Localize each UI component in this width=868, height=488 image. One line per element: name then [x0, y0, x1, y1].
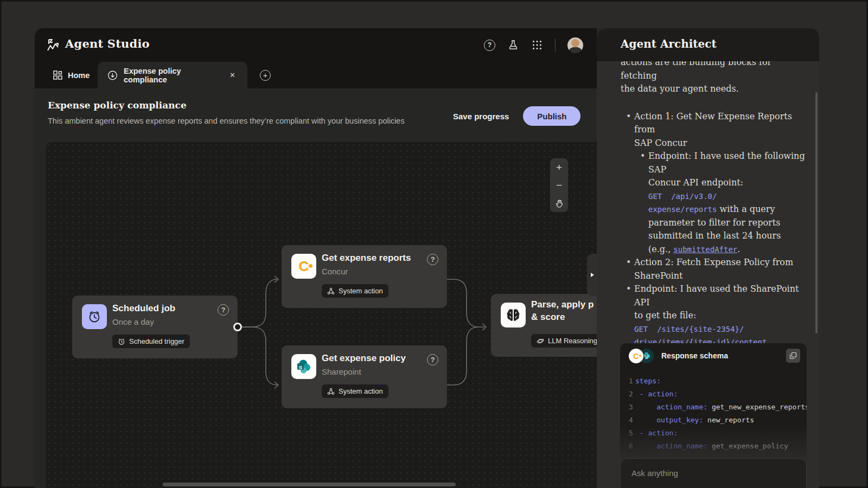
tab-bar: Home Expense policy compliance ✕ +	[35, 62, 597, 88]
help-icon[interactable]: ?	[484, 40, 495, 51]
panel-title: Agent Architect	[621, 37, 717, 50]
inline-code: expense/reports	[648, 205, 717, 214]
app-logo-icon	[46, 37, 61, 53]
node-title-line1: Parse, apply p	[531, 299, 593, 310]
new-tab-button[interactable]: +	[260, 70, 271, 81]
response-schema-header: C S Response schema	[620, 343, 807, 368]
node-subtitle: Once a day	[112, 317, 154, 326]
user-avatar[interactable]	[567, 37, 583, 53]
tab-expense-policy-compliance[interactable]: Expense policy compliance ✕	[98, 62, 247, 88]
apps-grid-icon[interactable]	[531, 39, 543, 51]
node-badge: Scheduled trigger	[112, 335, 190, 348]
node-help-icon[interactable]: ?	[427, 354, 438, 365]
copy-button[interactable]	[786, 349, 800, 363]
tab-active-label: Expense policy compliance	[124, 67, 221, 84]
canvas-zoom-controls: + −	[550, 158, 568, 212]
tab-home-label: Home	[68, 71, 90, 80]
code-line: 1steps:	[620, 377, 807, 390]
inline-code-link[interactable]: submittedAfter	[673, 245, 737, 254]
pan-hand-button[interactable]	[550, 194, 568, 212]
page-actions: Save progress Publish	[453, 106, 580, 126]
chat-input-box[interactable]	[620, 458, 807, 488]
system-action-icon	[327, 287, 335, 295]
bullet-item: • Action 1: Get New Expense Reports from	[621, 110, 807, 137]
canvas-horizontal-scrollbar[interactable]	[163, 483, 456, 486]
node-title: Get expense policy	[322, 353, 406, 364]
node-title: Get expense reports	[322, 253, 411, 264]
node-subtitle: Concur	[322, 267, 348, 276]
zoom-out-button[interactable]: −	[550, 176, 568, 194]
tab-close-icon[interactable]: ✕	[227, 70, 238, 81]
node-help-icon[interactable]: ?	[218, 304, 229, 316]
app-title: Agent Studio	[65, 37, 150, 50]
panel-scrollbar[interactable]	[815, 92, 818, 333]
sharepoint-icon: S	[291, 354, 316, 379]
message-line: the data your agent needs.	[621, 82, 807, 96]
tab-home[interactable]: Home	[43, 62, 99, 88]
header-divider	[555, 38, 556, 52]
bullet-item: • Endpoint: I have used the SharePoint A…	[621, 282, 807, 309]
header-actions: ?	[484, 28, 583, 62]
svg-text:S: S	[299, 364, 302, 370]
zoom-in-button[interactable]: +	[550, 158, 568, 176]
llm-reasoning-icon	[537, 337, 544, 345]
node-help-icon[interactable]: ?	[427, 254, 438, 265]
concur-icon: C	[629, 349, 643, 363]
app-window: Agent Studio ?	[35, 28, 819, 488]
workflow-canvas[interactable]: Scheduled job Once a day Scheduled trigg…	[46, 142, 597, 488]
panel-body: actions are the building blocks for fetc…	[597, 61, 819, 488]
agent-architect-panel: Agent Architect actions are the building…	[597, 28, 819, 488]
save-progress-button[interactable]: Save progress	[453, 112, 509, 121]
node-get-expense-policy[interactable]: S Get expense policy Sharepoint System a…	[282, 345, 447, 408]
response-schema-title: Response schema	[661, 351, 728, 360]
brain-icon	[501, 303, 526, 328]
system-action-icon	[327, 388, 335, 395]
node-title-line2: & score	[531, 312, 565, 323]
response-schema-card: C S Response schema	[620, 343, 807, 468]
node-badge: LLM Reasoning	[531, 334, 597, 348]
panel-collapse-handle[interactable]	[587, 254, 598, 296]
bullet-icon: •	[640, 150, 648, 176]
page-subtitle: This ambient agent reviews expense repor…	[48, 117, 405, 125]
code-line: 2 - action:	[620, 390, 807, 403]
node-badge: System action	[322, 384, 388, 398]
bullet-icon: •	[626, 256, 634, 269]
main-area: Agent Studio ?	[35, 28, 597, 488]
copy-icon	[789, 352, 797, 359]
alarm-clock-icon	[82, 304, 107, 329]
node-parse-apply-score[interactable]: Parse, apply p & score LLM Reasoning	[491, 294, 597, 357]
version-download-icon	[107, 70, 118, 81]
output-port[interactable]	[233, 323, 242, 331]
scheduled-trigger-icon	[118, 338, 125, 345]
panel-header: Agent Architect	[597, 28, 819, 61]
publish-button[interactable]: Publish	[523, 106, 580, 126]
node-title: Scheduled job	[112, 303, 175, 314]
app-header: Agent Studio ?	[35, 28, 597, 62]
node-get-expense-reports[interactable]: C Get expense reports Concur System acti…	[282, 245, 447, 308]
home-grid-icon	[53, 70, 62, 80]
message-line: actions are the building blocks for fetc…	[621, 61, 807, 82]
chat-input[interactable]	[631, 468, 794, 478]
node-badge: System action	[322, 284, 388, 298]
concur-icon: C	[291, 254, 316, 279]
bullet-icon: •	[626, 282, 634, 309]
code-line: 3 action_name: get_new_expense_reports	[620, 403, 807, 416]
chevron-right-icon	[591, 273, 594, 277]
node-subtitle: Sharepoint	[322, 367, 361, 376]
bullet-item: • Action 2: Fetch Expense Policy from	[621, 256, 807, 269]
node-scheduled-job[interactable]: Scheduled job Once a day Scheduled trigg…	[72, 296, 238, 358]
lab-flask-icon[interactable]	[507, 39, 519, 51]
inline-code: GET /sites/{site-2354}/	[634, 325, 744, 333]
page-title: Expense policy compliance	[48, 100, 187, 111]
inline-code: GET /api/v3.0/	[648, 192, 717, 201]
bullet-icon: •	[626, 110, 634, 137]
bullet-item: • Endpoint: I have used the following SA…	[621, 150, 807, 176]
